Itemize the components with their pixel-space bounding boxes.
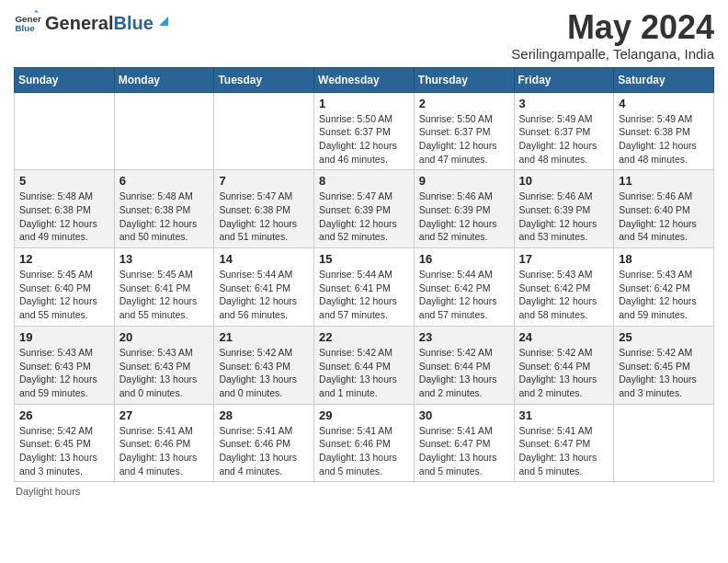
title-block: May 2024 Serilingampalle, Telangana, Ind… bbox=[511, 9, 714, 62]
day-info: Sunrise: 5:50 AMSunset: 6:37 PMDaylight:… bbox=[319, 112, 409, 167]
day-number: 5 bbox=[19, 174, 109, 188]
day-info: Sunrise: 5:41 AMSunset: 6:46 PMDaylight:… bbox=[319, 424, 409, 478]
svg-text:General: General bbox=[16, 14, 42, 24]
calendar-cell: 1Sunrise: 5:50 AMSunset: 6:37 PMDaylight… bbox=[314, 92, 415, 170]
day-info: Sunrise: 5:42 AMSunset: 6:43 PMDaylight:… bbox=[219, 346, 309, 400]
calendar-cell: 16Sunrise: 5:44 AMSunset: 6:42 PMDayligh… bbox=[414, 248, 514, 327]
day-number: 10 bbox=[519, 174, 609, 188]
month-year-title: May 2024 bbox=[511, 9, 714, 46]
calendar-cell bbox=[114, 92, 214, 170]
day-info: Sunrise: 5:48 AMSunset: 6:38 PMDaylight:… bbox=[119, 190, 210, 244]
day-number: 16 bbox=[419, 252, 509, 266]
calendar-cell: 14Sunrise: 5:44 AMSunset: 6:41 PMDayligh… bbox=[214, 248, 314, 327]
calendar-cell: 18Sunrise: 5:43 AMSunset: 6:42 PMDayligh… bbox=[614, 248, 714, 327]
day-number: 2 bbox=[419, 97, 509, 110]
day-info: Sunrise: 5:41 AMSunset: 6:47 PMDaylight:… bbox=[519, 424, 609, 478]
day-info: Sunrise: 5:41 AMSunset: 6:46 PMDaylight:… bbox=[219, 424, 309, 478]
day-info: Sunrise: 5:41 AMSunset: 6:46 PMDaylight:… bbox=[119, 424, 210, 478]
logo: General Blue GeneralBlue bbox=[14, 9, 172, 37]
day-info: Sunrise: 5:46 AMSunset: 6:39 PMDaylight:… bbox=[519, 190, 609, 244]
day-number: 21 bbox=[219, 330, 309, 344]
day-info: Sunrise: 5:42 AMSunset: 6:44 PMDaylight:… bbox=[519, 346, 609, 400]
day-number: 29 bbox=[319, 408, 409, 422]
day-info: Sunrise: 5:43 AMSunset: 6:43 PMDaylight:… bbox=[119, 346, 210, 400]
svg-marker-3 bbox=[159, 17, 168, 26]
day-info: Sunrise: 5:44 AMSunset: 6:41 PMDaylight:… bbox=[319, 268, 409, 322]
calendar-cell: 26Sunrise: 5:42 AMSunset: 6:45 PMDayligh… bbox=[15, 404, 115, 482]
page-header: General Blue GeneralBlue May 2024 Serili… bbox=[14, 9, 714, 62]
weekday-header-tuesday: Tuesday bbox=[214, 67, 314, 92]
logo-blue: Blue bbox=[113, 13, 153, 34]
calendar-cell: 25Sunrise: 5:42 AMSunset: 6:45 PMDayligh… bbox=[614, 326, 714, 404]
calendar-cell: 27Sunrise: 5:41 AMSunset: 6:46 PMDayligh… bbox=[114, 404, 214, 482]
calendar-cell: 21Sunrise: 5:42 AMSunset: 6:43 PMDayligh… bbox=[214, 326, 314, 404]
calendar-cell: 20Sunrise: 5:43 AMSunset: 6:43 PMDayligh… bbox=[114, 326, 214, 404]
logo-icon: General Blue bbox=[14, 9, 41, 37]
weekday-header-monday: Monday bbox=[114, 67, 214, 92]
calendar-cell: 12Sunrise: 5:45 AMSunset: 6:40 PMDayligh… bbox=[15, 248, 115, 327]
day-info: Sunrise: 5:42 AMSunset: 6:45 PMDaylight:… bbox=[619, 346, 709, 400]
calendar-week-row: 1Sunrise: 5:50 AMSunset: 6:37 PMDaylight… bbox=[15, 92, 714, 170]
calendar-cell: 30Sunrise: 5:41 AMSunset: 6:47 PMDayligh… bbox=[414, 404, 514, 482]
day-number: 26 bbox=[19, 408, 109, 422]
weekday-header-friday: Friday bbox=[514, 67, 614, 92]
calendar-cell: 13Sunrise: 5:45 AMSunset: 6:41 PMDayligh… bbox=[114, 248, 214, 327]
day-number: 19 bbox=[19, 330, 109, 344]
calendar-table: SundayMondayTuesdayWednesdayThursdayFrid… bbox=[14, 67, 714, 483]
calendar-cell: 8Sunrise: 5:47 AMSunset: 6:39 PMDaylight… bbox=[314, 170, 415, 248]
day-number: 25 bbox=[619, 330, 709, 344]
calendar-cell: 31Sunrise: 5:41 AMSunset: 6:47 PMDayligh… bbox=[514, 404, 614, 482]
location-subtitle: Serilingampalle, Telangana, India bbox=[511, 46, 714, 62]
calendar-week-row: 12Sunrise: 5:45 AMSunset: 6:40 PMDayligh… bbox=[15, 248, 714, 327]
day-info: Sunrise: 5:46 AMSunset: 6:40 PMDaylight:… bbox=[619, 190, 709, 244]
calendar-cell: 7Sunrise: 5:47 AMSunset: 6:38 PMDaylight… bbox=[214, 170, 314, 248]
day-info: Sunrise: 5:48 AMSunset: 6:38 PMDaylight:… bbox=[19, 190, 109, 244]
day-info: Sunrise: 5:43 AMSunset: 6:42 PMDaylight:… bbox=[519, 268, 609, 322]
svg-marker-2 bbox=[34, 10, 39, 13]
day-info: Sunrise: 5:44 AMSunset: 6:41 PMDaylight:… bbox=[219, 268, 309, 322]
day-number: 12 bbox=[19, 252, 109, 266]
logo-triangle-icon bbox=[155, 13, 172, 29]
calendar-cell: 6Sunrise: 5:48 AMSunset: 6:38 PMDaylight… bbox=[114, 170, 214, 248]
calendar-cell bbox=[214, 92, 314, 170]
day-info: Sunrise: 5:47 AMSunset: 6:39 PMDaylight:… bbox=[319, 190, 409, 244]
day-info: Sunrise: 5:43 AMSunset: 6:42 PMDaylight:… bbox=[619, 268, 709, 322]
day-number: 6 bbox=[119, 174, 210, 188]
calendar-week-row: 19Sunrise: 5:43 AMSunset: 6:43 PMDayligh… bbox=[15, 326, 714, 404]
day-number: 20 bbox=[119, 330, 210, 344]
calendar-cell: 28Sunrise: 5:41 AMSunset: 6:46 PMDayligh… bbox=[214, 404, 314, 482]
day-number: 23 bbox=[419, 330, 509, 344]
day-info: Sunrise: 5:42 AMSunset: 6:45 PMDaylight:… bbox=[19, 424, 109, 478]
calendar-cell: 11Sunrise: 5:46 AMSunset: 6:40 PMDayligh… bbox=[614, 170, 714, 248]
day-number: 3 bbox=[519, 97, 609, 110]
weekday-header-row: SundayMondayTuesdayWednesdayThursdayFrid… bbox=[15, 67, 714, 92]
day-number: 18 bbox=[619, 252, 709, 266]
calendar-cell: 5Sunrise: 5:48 AMSunset: 6:38 PMDaylight… bbox=[15, 170, 115, 248]
day-number: 24 bbox=[519, 330, 609, 344]
calendar-cell: 23Sunrise: 5:42 AMSunset: 6:44 PMDayligh… bbox=[414, 326, 514, 404]
weekday-header-sunday: Sunday bbox=[15, 67, 115, 92]
day-info: Sunrise: 5:47 AMSunset: 6:38 PMDaylight:… bbox=[219, 190, 309, 244]
day-number: 22 bbox=[319, 330, 409, 344]
day-info: Sunrise: 5:49 AMSunset: 6:37 PMDaylight:… bbox=[519, 112, 609, 167]
logo-general: General bbox=[45, 13, 113, 34]
calendar-cell: 4Sunrise: 5:49 AMSunset: 6:38 PMDaylight… bbox=[614, 92, 714, 170]
calendar-week-row: 26Sunrise: 5:42 AMSunset: 6:45 PMDayligh… bbox=[15, 404, 714, 482]
day-number: 14 bbox=[219, 252, 309, 266]
day-info: Sunrise: 5:42 AMSunset: 6:44 PMDaylight:… bbox=[419, 346, 509, 400]
calendar-cell bbox=[614, 404, 714, 482]
calendar-cell: 9Sunrise: 5:46 AMSunset: 6:39 PMDaylight… bbox=[414, 170, 514, 248]
day-number: 17 bbox=[519, 252, 609, 266]
day-number: 8 bbox=[319, 174, 409, 188]
calendar-cell bbox=[15, 92, 115, 170]
calendar-cell: 10Sunrise: 5:46 AMSunset: 6:39 PMDayligh… bbox=[514, 170, 614, 248]
calendar-cell: 22Sunrise: 5:42 AMSunset: 6:44 PMDayligh… bbox=[314, 326, 415, 404]
day-number: 4 bbox=[619, 97, 709, 110]
day-info: Sunrise: 5:45 AMSunset: 6:40 PMDaylight:… bbox=[19, 268, 109, 322]
calendar-cell: 15Sunrise: 5:44 AMSunset: 6:41 PMDayligh… bbox=[314, 248, 415, 327]
calendar-cell: 19Sunrise: 5:43 AMSunset: 6:43 PMDayligh… bbox=[15, 326, 115, 404]
day-info: Sunrise: 5:42 AMSunset: 6:44 PMDaylight:… bbox=[319, 346, 409, 400]
day-number: 9 bbox=[419, 174, 509, 188]
day-number: 30 bbox=[419, 408, 509, 422]
day-info: Sunrise: 5:50 AMSunset: 6:37 PMDaylight:… bbox=[419, 112, 509, 167]
